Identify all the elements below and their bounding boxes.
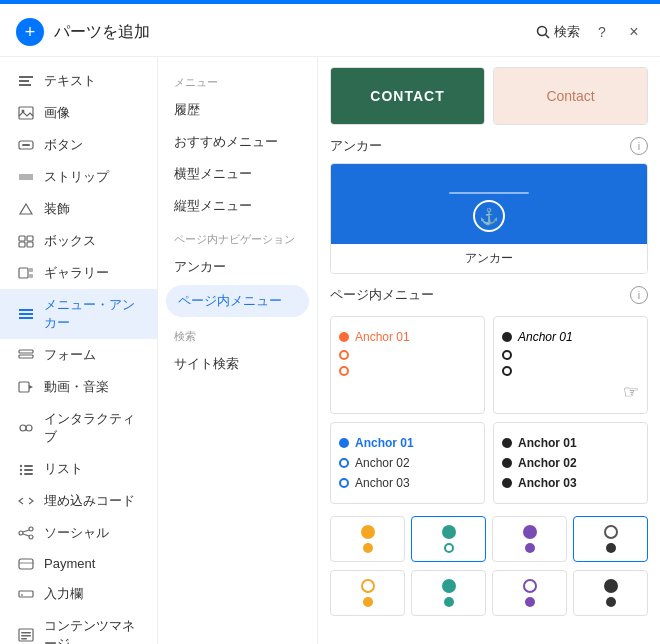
color-item-dark-2[interactable]	[573, 570, 648, 616]
anchor-card-label: アンカー	[331, 244, 647, 273]
page-menu-info-button[interactable]: i	[630, 286, 648, 304]
main-content: テキスト 画像 ボタン ストリップ	[0, 57, 660, 644]
anchor-text-bold-3: Anchor 03	[518, 476, 577, 490]
svg-rect-19	[19, 317, 33, 319]
color-circle-teal-lg	[442, 525, 456, 539]
anchor-card[interactable]: ⚓ アンカー	[330, 163, 648, 274]
svg-point-0	[538, 27, 547, 36]
middle-item-vertical[interactable]: 縦型メニュー	[158, 190, 317, 222]
svg-rect-30	[24, 473, 33, 475]
anchor-list-card-blue[interactable]: Anchor 01 Anchor 02 Anchor 03	[330, 422, 485, 504]
color-circle-yellow-sm-2	[363, 597, 373, 607]
middle-item-page-menu[interactable]: ページ内メニュー	[166, 285, 309, 317]
sidebar-item-social[interactable]: ソーシャル	[0, 517, 157, 549]
sidebar-label-payment: Payment	[44, 556, 95, 571]
color-item-teal-selected[interactable]	[411, 516, 486, 562]
sidebar-left: テキスト 画像 ボタン ストリップ	[0, 57, 158, 644]
svg-rect-28	[24, 469, 33, 471]
svg-rect-22	[19, 382, 29, 392]
dot-black-filled-2	[502, 438, 512, 448]
contact-preview-row: CONTACT Contact	[330, 67, 648, 125]
search-button[interactable]: 検索	[536, 23, 580, 41]
sidebar-item-list[interactable]: リスト	[0, 453, 157, 485]
section-label-menu: メニュー	[158, 65, 317, 94]
svg-rect-41	[21, 632, 31, 634]
anchor-list-item: Anchor 02	[339, 453, 476, 473]
sidebar-item-content-mgr[interactable]: コンテンツマネージ...	[0, 610, 157, 644]
anchor-list-card-orange[interactable]: Anchor 01	[330, 316, 485, 414]
anchor-text-italic: Anchor 01	[518, 330, 573, 344]
svg-point-32	[19, 531, 23, 535]
color-item-yellow[interactable]	[330, 516, 405, 562]
svg-rect-2	[19, 76, 33, 78]
anchor-list-item	[339, 363, 476, 379]
sidebar-item-gallery[interactable]: ギャラリー	[0, 257, 157, 289]
svg-rect-3	[19, 80, 29, 82]
add-button[interactable]: +	[16, 18, 44, 46]
svg-rect-9	[19, 174, 33, 180]
color-item-teal-2[interactable]	[411, 570, 486, 616]
sidebar-label-button: ボタン	[44, 136, 83, 154]
color-item-purple[interactable]	[492, 516, 567, 562]
svg-rect-26	[24, 465, 33, 467]
anchor-text-blue-1: Anchor 01	[355, 436, 414, 450]
svg-rect-43	[21, 638, 27, 640]
sidebar-item-payment[interactable]: Payment	[0, 549, 157, 578]
color-circle-teal-lg-2	[442, 579, 456, 593]
color-item-yellow-2[interactable]	[330, 570, 405, 616]
search-icon	[536, 25, 550, 39]
color-circle-yellow-empty	[361, 579, 375, 593]
sidebar-item-box[interactable]: ボックス	[0, 225, 157, 257]
sidebar-item-text[interactable]: テキスト	[0, 65, 157, 97]
middle-item-history[interactable]: 履歴	[158, 94, 317, 126]
anchor-section-title: アンカー	[330, 137, 382, 155]
color-item-purple-2[interactable]	[492, 570, 567, 616]
sidebar-label-decoration: 装飾	[44, 200, 70, 218]
color-item-dark-selected[interactable]	[573, 516, 648, 562]
sidebar-item-image[interactable]: 画像	[0, 97, 157, 129]
sidebar-label-text: テキスト	[44, 72, 96, 90]
svg-rect-13	[27, 242, 33, 247]
gallery-icon	[16, 266, 36, 280]
color-circle-dark-sm-2	[606, 597, 616, 607]
sidebar-item-decoration[interactable]: 装飾	[0, 193, 157, 225]
middle-item-anchor[interactable]: アンカー	[158, 251, 317, 283]
sidebar-item-video[interactable]: 動画・音楽	[0, 371, 157, 403]
svg-point-23	[20, 425, 26, 431]
middle-item-site-search[interactable]: サイト検索	[158, 348, 317, 380]
contact-dark-card[interactable]: CONTACT	[330, 67, 485, 125]
dot-black-filled-4	[502, 478, 512, 488]
contact-light-card[interactable]: Contact	[493, 67, 648, 125]
search-label: 検索	[554, 23, 580, 41]
anchor-list-card-black-italic[interactable]: Anchor 01 ☞	[493, 316, 648, 414]
sidebar-item-input[interactable]: 入力欄	[0, 578, 157, 610]
help-button[interactable]: ?	[592, 22, 612, 42]
middle-item-recommended[interactable]: おすすめメニュー	[158, 126, 317, 158]
sidebar-item-embed[interactable]: 埋め込みコード	[0, 485, 157, 517]
anchor-text-bold-2: Anchor 02	[518, 456, 577, 470]
anchor-list-card-black-bold[interactable]: Anchor 01 Anchor 02 Anchor 03	[493, 422, 648, 504]
sidebar-item-strip[interactable]: ストリップ	[0, 161, 157, 193]
svg-rect-15	[29, 268, 33, 272]
sidebar-item-menu-anchor[interactable]: メニュー・アンカー	[0, 289, 157, 339]
svg-rect-18	[19, 313, 33, 315]
strip-icon	[16, 170, 36, 184]
anchor-info-button[interactable]: i	[630, 137, 648, 155]
sidebar-label-social: ソーシャル	[44, 524, 109, 542]
svg-rect-17	[19, 309, 33, 311]
cursor-icon: ☞	[502, 381, 639, 403]
anchor-list-item: Anchor 01	[339, 327, 476, 347]
svg-rect-4	[19, 84, 31, 86]
sidebar-item-interactive[interactable]: インタラクティブ	[0, 403, 157, 453]
svg-point-33	[29, 535, 33, 539]
section-label-search: 検索	[158, 319, 317, 348]
close-button[interactable]: ×	[624, 22, 644, 42]
middle-item-horizontal[interactable]: 横型メニュー	[158, 158, 317, 190]
svg-point-29	[20, 473, 22, 475]
panel-right: CONTACT Contact アンカー i ⚓ アンカー	[318, 57, 660, 644]
sidebar-item-form[interactable]: フォーム	[0, 339, 157, 371]
color-circle-yellow-sm	[363, 543, 373, 553]
anchor-list-item: Anchor 02	[502, 453, 639, 473]
color-circle-dark-container	[604, 525, 618, 539]
sidebar-item-button[interactable]: ボタン	[0, 129, 157, 161]
